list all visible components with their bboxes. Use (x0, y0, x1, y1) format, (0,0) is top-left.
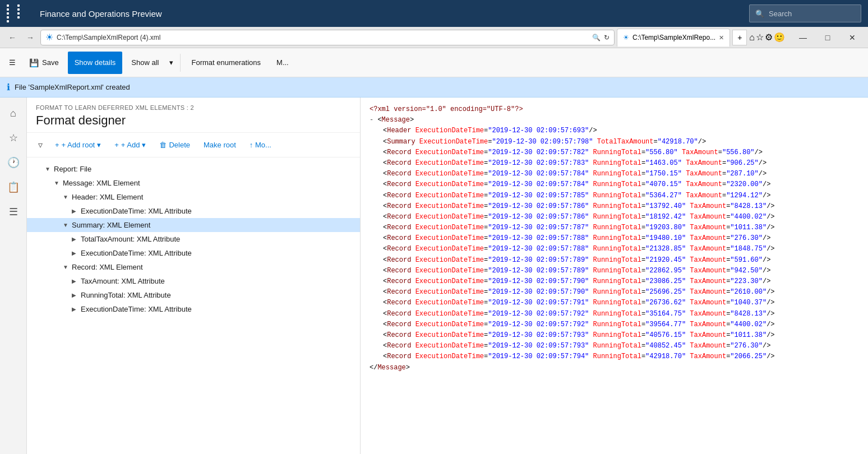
tree-item[interactable]: ▼Record: XML Element (27, 260, 360, 274)
tree-item-label: Header: XML Element (72, 193, 143, 201)
left-panel: FORMAT TO LEARN DEFERRED XML ELEMENTS : … (27, 98, 361, 454)
tree-item-label: Summary: XML Element (72, 221, 150, 229)
xml-line: - <Message> (370, 115, 859, 126)
main-content: ⌂ ☆ 🕐 📋 ☰ FORMAT TO LEARN DEFERRED XML E… (0, 98, 868, 454)
sidebar-calendar-button[interactable]: 📋 (2, 176, 25, 198)
hamburger-button[interactable]: ☰ (4, 52, 20, 74)
xml-line: <Record ExecutionDateTime="2019-12-30 02… (370, 223, 859, 233)
sidebar-list-button[interactable]: ☰ (2, 201, 25, 223)
expand-icon: ▶ (72, 278, 79, 284)
xml-line: <Record ExecutionDateTime="2019-12-30 02… (370, 330, 859, 341)
tree-item-label: RunningTotal: XML Attribute (81, 291, 171, 299)
xml-line: <Record ExecutionDateTime="2019-12-30 02… (370, 287, 859, 298)
move-label: ↑ Mo... (250, 141, 271, 149)
browser-tab[interactable]: ☀ C:\Temp\SampleXmlRepo... ✕ (617, 29, 730, 47)
tab-browser-icon: ☀ (623, 34, 629, 41)
toolbar-separator (180, 54, 181, 72)
xml-line: <Record ExecutionDateTime="2019-12-30 02… (370, 158, 859, 169)
browser-icon: ☀ (45, 32, 53, 43)
sidebar-clock-button[interactable]: 🕐 (2, 151, 25, 174)
tree-item[interactable]: ▶RunningTotal: XML Attribute (27, 288, 360, 302)
tree-item[interactable]: ▶ExecutionDateTime: XML Attribute (27, 246, 360, 260)
show-all-dropdown[interactable]: Show all ▾ (124, 52, 175, 74)
expand-icon: ▼ (63, 264, 70, 270)
format-actions: ▿ + + Add root ▾ + + Add ▾ 🗑 Delete Make… (27, 133, 360, 157)
xml-line: <Record ExecutionDateTime="2019-12-30 02… (370, 179, 859, 190)
tree-item[interactable]: ▼Message: XML Element (27, 176, 360, 190)
tree-item[interactable]: ▶TaxAmount: XML Attribute (27, 274, 360, 288)
format-enumerations-button[interactable]: Format enumerations (185, 52, 268, 74)
refresh-icon[interactable]: ↻ (604, 34, 610, 41)
make-root-label: Make root (204, 141, 236, 149)
chevron-down-icon: ▾ (169, 58, 173, 67)
show-all-chevron[interactable]: ▾ (167, 52, 176, 74)
forward-button[interactable]: → (22, 30, 38, 45)
delete-icon: 🗑 (159, 141, 167, 149)
browser-bar: ← → ☀ C:\Temp\SampleXmlReport (4).xml 🔍 … (0, 27, 868, 48)
search-addr-icon: 🔍 (592, 34, 601, 41)
title-bar: Finance and Operations Preview 🔍 (0, 0, 868, 27)
expand-icon: ▶ (72, 306, 79, 312)
format-header: FORMAT TO LEARN DEFERRED XML ELEMENTS : … (27, 98, 360, 133)
tree-item-label: TaxAmount: XML Attribute (81, 277, 165, 285)
xml-line: </Message> (370, 363, 859, 373)
tree-item-label: Message: XML Element (63, 179, 140, 187)
add-root-label: + Add root (62, 141, 95, 149)
xml-line: <Record ExecutionDateTime="2019-12-30 02… (370, 351, 859, 362)
xml-line: <Record ExecutionDateTime="2019-12-30 02… (370, 201, 859, 212)
filter-button[interactable]: ▿ (36, 137, 45, 152)
move-button[interactable]: ↑ Mo... (246, 138, 275, 151)
home-browser-button[interactable]: ⌂ (749, 33, 755, 43)
xml-line: <Record ExecutionDateTime="2019-12-30 02… (370, 191, 859, 201)
xml-line: <Summary ExecutionDateTime="2019-12-30 0… (370, 137, 859, 147)
app-grid-icon (7, 4, 26, 22)
favorites-button[interactable]: ☆ (756, 32, 764, 43)
expand-icon: ▼ (45, 166, 52, 172)
new-tab-button[interactable]: + (732, 30, 747, 45)
tab-title: C:\Temp\SampleXmlRepo... (632, 34, 715, 41)
search-input[interactable] (769, 10, 853, 18)
add-root-icon: + (55, 141, 59, 149)
format-subtitle: FORMAT TO LEARN DEFERRED XML ELEMENTS : … (36, 104, 351, 111)
xml-line: <Record ExecutionDateTime="2019-12-30 02… (370, 298, 859, 308)
show-all-label: Show all (131, 58, 159, 67)
minimize-button[interactable]: — (792, 29, 814, 46)
xml-line: <Record ExecutionDateTime="2019-12-30 02… (370, 319, 859, 330)
search-box[interactable]: 🔍 (749, 4, 861, 22)
tree-item[interactable]: ▶ExecutionDateTime: XML Attribute (27, 302, 360, 316)
sidebar-icons: ⌂ ☆ 🕐 📋 ☰ (0, 98, 27, 454)
xml-line: <Record ExecutionDateTime="2019-12-30 02… (370, 309, 859, 319)
add-chevron: ▾ (142, 141, 146, 149)
tree-item[interactable]: ▶TotalTaxAmount: XML Attribute (27, 232, 360, 246)
show-details-button[interactable]: Show details (68, 52, 123, 74)
close-button[interactable]: ✕ (841, 29, 864, 46)
emoji-button[interactable]: 🙂 (774, 32, 785, 43)
add-root-button[interactable]: + + Add root ▾ (52, 138, 104, 151)
window-controls: — □ ✕ (792, 29, 864, 46)
notification-message: File 'SampleXmlReport.xml' created (15, 83, 130, 91)
show-all-button[interactable]: Show all (124, 52, 165, 74)
xml-declaration: <?xml version="1.0" encoding="UTF-8"?> (370, 104, 859, 115)
app-title: Finance and Operations Preview (40, 9, 740, 18)
settings-browser-button[interactable]: ⚙ (765, 32, 773, 43)
back-button[interactable]: ← (4, 30, 20, 45)
delete-button[interactable]: 🗑 Delete (156, 138, 193, 151)
expand-icon: ▶ (72, 292, 79, 298)
tree-item[interactable]: ▶ExecutionDateTime: XML Attribute (27, 204, 360, 218)
close-tab-button[interactable]: ✕ (719, 34, 724, 41)
sidebar-home-button[interactable]: ⌂ (2, 102, 25, 124)
save-button[interactable]: 💾 Save (22, 52, 66, 74)
make-root-button[interactable]: Make root (200, 138, 239, 151)
tree-item[interactable]: ▼Report: File (27, 162, 360, 176)
tree-item[interactable]: ▼Header: XML Element (27, 190, 360, 204)
address-bar[interactable]: ☀ C:\Temp\SampleXmlReport (4).xml 🔍 ↻ (40, 30, 615, 45)
sidebar-star-button[interactable]: ☆ (2, 127, 25, 149)
tree-item[interactable]: ▼Summary: XML Element (27, 218, 360, 232)
info-icon: ℹ (7, 82, 10, 92)
expand-icon: ▶ (72, 250, 79, 256)
tree-item-label: ExecutionDateTime: XML Attribute (81, 249, 192, 257)
maximize-button[interactable]: □ (816, 29, 839, 46)
tree-item-label: Report: File (54, 165, 91, 173)
add-button[interactable]: + + Add ▾ (111, 138, 149, 151)
more-button[interactable]: M... (270, 52, 296, 74)
